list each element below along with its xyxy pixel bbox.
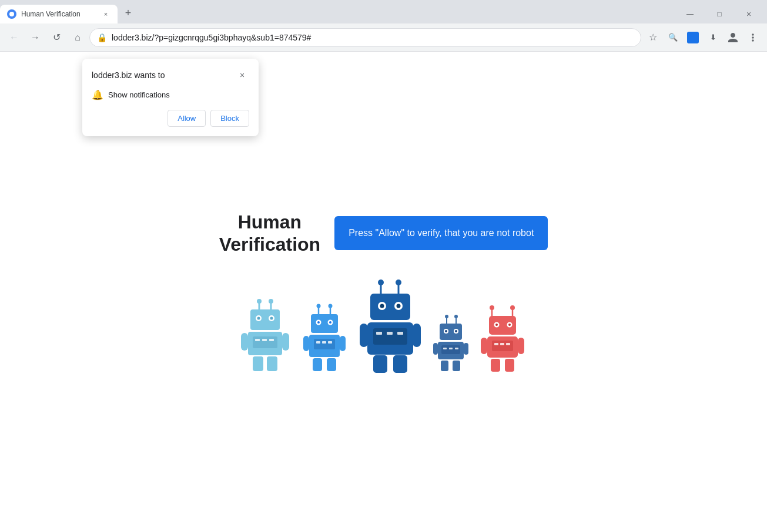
svg-rect-70 — [453, 361, 460, 371]
download-button[interactable]: ⬇ — [704, 28, 722, 47]
svg-rect-23 — [311, 314, 338, 333]
svg-rect-69 — [441, 361, 448, 371]
robots-illustration — [240, 279, 527, 373]
robot-5 — [480, 305, 527, 373]
robot-3 — [359, 279, 423, 373]
svg-rect-5 — [250, 309, 280, 330]
svg-rect-29 — [314, 339, 335, 349]
svg-point-0 — [9, 12, 14, 16]
popup-close-button[interactable]: × — [235, 68, 249, 82]
svg-rect-59 — [440, 324, 462, 340]
svg-point-2 — [257, 299, 262, 304]
active-tab[interactable]: Human Verification × — [0, 5, 118, 23]
svg-rect-30 — [316, 341, 320, 344]
svg-rect-71 — [433, 343, 438, 355]
svg-rect-67 — [449, 348, 453, 349]
svg-rect-66 — [443, 348, 447, 349]
lock-icon: 🔒 — [97, 33, 107, 42]
tab-title: Human Verification — [21, 10, 96, 18]
svg-rect-88 — [505, 359, 514, 372]
extension-button[interactable] — [684, 28, 702, 47]
svg-rect-49 — [387, 332, 393, 335]
svg-rect-68 — [455, 348, 458, 349]
popup-header: lodder3.biz wants to × — [92, 68, 249, 82]
svg-point-74 — [490, 305, 494, 310]
svg-point-56 — [445, 315, 448, 318]
svg-rect-50 — [397, 332, 403, 335]
svg-point-9 — [270, 317, 273, 320]
svg-point-76 — [510, 305, 515, 310]
new-tab-button[interactable]: + — [120, 5, 136, 21]
zoom-button[interactable]: 🔍 — [664, 28, 682, 47]
svg-point-81 — [508, 324, 511, 326]
notification-row: 🔔 Show notifications — [92, 89, 249, 100]
more-icon — [747, 32, 759, 43]
address-bar[interactable]: 🔒 lodder3.biz/?p=gizgcnrqgu5gi3bphayq&su… — [89, 28, 641, 47]
svg-rect-87 — [491, 359, 500, 372]
svg-rect-13 — [262, 339, 267, 341]
profile-button[interactable] — [724, 28, 742, 47]
svg-rect-34 — [327, 358, 336, 371]
maximize-button[interactable]: □ — [706, 5, 733, 23]
back-button[interactable]: ← — [5, 28, 24, 47]
bookmark-button[interactable]: ☆ — [644, 28, 662, 47]
svg-point-43 — [380, 304, 384, 308]
profile-icon — [727, 32, 739, 43]
svg-rect-32 — [328, 341, 332, 344]
svg-rect-15 — [253, 356, 263, 371]
verification-section: Human Verification Press "Allow" to veri… — [219, 211, 548, 256]
svg-rect-72 — [464, 343, 468, 355]
svg-rect-18 — [282, 333, 289, 351]
notification-label: Show notifications — [108, 90, 170, 99]
popup-buttons: Allow Block — [92, 110, 249, 127]
svg-point-27 — [329, 321, 331, 324]
tab-favicon — [7, 9, 16, 19]
svg-rect-54 — [413, 324, 421, 347]
svg-rect-90 — [518, 338, 524, 354]
svg-rect-65 — [441, 345, 460, 354]
bell-icon: 🔔 — [92, 89, 103, 100]
reload-button[interactable]: ↺ — [47, 28, 66, 47]
forward-button[interactable]: → — [26, 28, 45, 47]
home-button[interactable]: ⌂ — [68, 28, 87, 47]
svg-point-20 — [317, 304, 321, 308]
svg-rect-48 — [376, 332, 382, 335]
svg-rect-41 — [370, 294, 410, 320]
verification-title: Human Verification — [219, 211, 321, 256]
svg-point-22 — [329, 304, 333, 308]
svg-point-63 — [455, 330, 457, 332]
svg-rect-36 — [340, 336, 346, 351]
svg-point-38 — [378, 280, 384, 285]
notification-popup: lodder3.biz wants to × 🔔 Show notificati… — [82, 59, 259, 136]
svg-point-79 — [495, 324, 498, 326]
svg-point-45 — [397, 304, 401, 308]
svg-rect-16 — [267, 356, 277, 371]
svg-point-4 — [269, 299, 273, 304]
svg-rect-17 — [241, 333, 248, 351]
svg-rect-11 — [253, 336, 277, 348]
menu-button[interactable] — [743, 28, 762, 47]
svg-rect-12 — [255, 339, 260, 341]
svg-point-61 — [445, 330, 447, 332]
close-window-button[interactable]: × — [735, 5, 762, 23]
svg-point-40 — [396, 280, 401, 285]
svg-rect-33 — [313, 358, 322, 371]
svg-rect-89 — [481, 338, 487, 354]
minimize-button[interactable]: — — [676, 5, 704, 23]
svg-rect-14 — [269, 339, 274, 341]
block-button[interactable]: Block — [210, 110, 249, 127]
browser-toolbar: ← → ↺ ⌂ 🔒 lodder3.biz/?p=gizgcnrqgu5gi3b… — [0, 23, 767, 52]
verify-button[interactable]: Press "Allow" to verify, that you are no… — [334, 216, 548, 250]
svg-rect-83 — [492, 341, 513, 351]
robot-2 — [302, 302, 349, 373]
webpage-area: lodder3.biz wants to × 🔔 Show notificati… — [0, 52, 767, 532]
svg-rect-47 — [373, 328, 407, 345]
svg-rect-85 — [500, 343, 504, 345]
popup-title: lodder3.biz wants to — [92, 70, 165, 80]
svg-rect-51 — [373, 355, 387, 373]
svg-rect-35 — [303, 336, 309, 351]
svg-point-7 — [257, 317, 260, 320]
allow-button[interactable]: Allow — [168, 110, 206, 127]
tab-close-button[interactable]: × — [101, 9, 110, 19]
svg-point-58 — [454, 315, 458, 318]
